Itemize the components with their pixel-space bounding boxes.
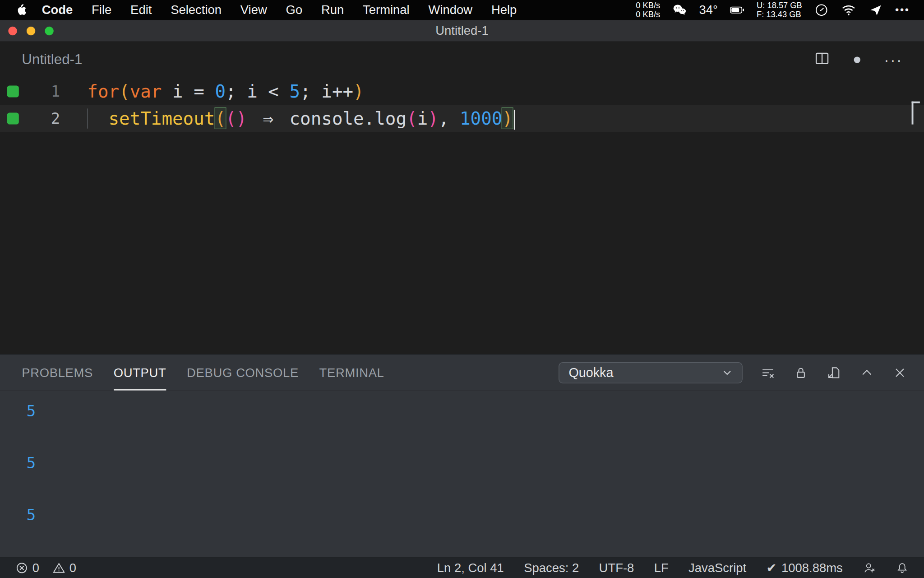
wifi-icon[interactable] [841,2,856,18]
code-token: for [87,81,119,102]
mem-free-label: F: 13.43 GB [757,10,801,19]
memory-usage[interactable]: U: 18.57 GB F: 13.43 GB [757,1,802,19]
panel-action-icons [760,365,908,380]
lock-scroll-icon[interactable] [793,365,808,380]
panel-header: PROBLEMSOUTPUTDEBUG CONSOLETERMINAL Quok… [0,354,924,391]
unsaved-changes-dot[interactable] [854,56,860,63]
network-speed[interactable]: 0 KB/s 0 KB/s [636,1,660,19]
encoding-setting[interactable]: UTF-8 [599,560,634,574]
panel-tab-problems[interactable]: PROBLEMS [22,354,93,391]
output-line: 5 [27,454,924,472]
code-text[interactable]: setTimeout(() ⇒ console.log(i), 1000) [60,105,515,132]
menu-item-file[interactable]: File [92,3,111,17]
code-line-1[interactable]: 1for(var i = 0; i < 5; i++) [0,78,924,105]
code-token: ) [502,108,513,129]
code-token: ; i [226,81,268,102]
line-number[interactable]: 1 [19,78,60,105]
warning-count: 0 [69,560,76,574]
menu-item-help[interactable]: Help [491,3,517,17]
code-line-2[interactable]: 2 setTimeout(() ⇒ console.log(i), 1000) [0,105,924,132]
timing-value: 1008.88ms [781,560,843,574]
panel-tab-terminal[interactable]: TERMINAL [319,354,384,391]
error-count: 0 [32,560,39,574]
window-titlebar[interactable]: Untitled-1 [0,20,924,41]
menubar-status-area: 0 KB/s 0 KB/s 34° U: 18.57 GB F: 13.43 G… [636,1,924,19]
code-token: console.log [290,108,407,129]
code-token: ( [407,108,417,129]
code-token [87,108,108,129]
code-token: ) [428,108,439,129]
code-token: 0 [215,81,226,102]
code-editor[interactable]: 1for(var i = 0; i < 5; i++)2 setTimeout(… [0,78,924,354]
quokka-coverage-indicator [7,112,19,124]
eol-setting[interactable]: LF [654,560,669,574]
code-token: i [417,108,428,129]
code-token [279,108,290,129]
menubar-overflow-icon[interactable]: ••• [895,4,910,16]
problems-status[interactable]: 0 0 [15,560,76,574]
menu-item-go[interactable]: Go [286,3,303,17]
line-number[interactable]: 2 [19,105,60,132]
menu-item-selection[interactable]: Selection [171,3,222,17]
language-mode[interactable]: JavaScript [688,560,746,574]
battery-icon[interactable] [730,2,745,18]
menu-extra-icon[interactable] [868,2,883,18]
open-output-in-editor-icon[interactable] [826,365,841,380]
panel-tab-output[interactable]: OUTPUT [114,354,166,391]
accounts-icon[interactable] [863,561,876,574]
mem-used-label: U: 18.57 GB [757,1,802,10]
code-token: ⇒ [258,105,279,132]
apple-menu-icon[interactable] [15,4,27,17]
code-token: ) [353,81,364,102]
menu-item-view[interactable]: View [240,3,267,17]
output-channel-select[interactable]: Quokka [559,362,743,383]
menu-item-window[interactable]: Window [429,3,473,17]
panel-tabs: PROBLEMSOUTPUTDEBUG CONSOLETERMINAL [22,354,384,391]
quokka-coverage-indicator [7,85,19,97]
overview-ruler-mark [912,102,920,125]
code-token: var [130,81,162,102]
code-token: = [194,81,215,102]
code-token [247,108,258,129]
output-line: 5 [27,402,924,420]
macos-menu-bar: Code FileEditSelectionViewGoRunTerminalW… [0,0,924,20]
cursor-position[interactable]: Ln 2, Col 41 [437,560,504,574]
menu-item-terminal[interactable]: Terminal [363,3,410,17]
menu-items: FileEditSelectionViewGoRunTerminalWindow… [92,3,517,17]
net-down-label: 0 KB/s [636,10,660,19]
editor-actions: ··· [814,50,903,69]
close-panel-icon[interactable] [892,365,907,380]
code-token: 1000 [460,108,502,129]
code-text[interactable]: for(var i = 0; i < 5; i++) [60,78,364,105]
maximize-panel-icon[interactable] [859,365,874,380]
panel-tab-debug-console[interactable]: DEBUG CONSOLE [187,354,299,391]
code-token: < [268,81,289,102]
code-token: ( [119,81,130,102]
temperature-label[interactable]: 34° [699,3,717,17]
code-token: ) [236,108,247,129]
status-bar: 0 0 Ln 2, Col 41 Spaces: 2 UTF-8 LF Java… [0,557,924,578]
clock-gauge-icon[interactable] [814,2,829,18]
indentation-setting[interactable]: Spaces: 2 [524,560,579,574]
split-editor-icon[interactable] [814,50,831,69]
chevron-down-icon [721,366,734,379]
menu-item-edit[interactable]: Edit [130,3,152,17]
code-token: , [439,108,460,129]
editor-tab-title[interactable]: Untitled-1 [22,51,82,68]
clear-output-icon[interactable] [760,365,776,380]
output-console[interactable]: 555 [0,391,924,558]
code-token: setTimeout [108,108,215,129]
menu-item-run[interactable]: Run [321,3,344,17]
code-token: i [162,81,194,102]
text-cursor [514,109,516,129]
check-icon: ✔ [767,560,777,574]
code-lines: 1for(var i = 0; i < 5; i++)2 setTimeout(… [0,78,924,132]
code-token: ; i [300,81,332,102]
window-title: Untitled-1 [0,23,924,37]
quokka-timing[interactable]: ✔ 1008.88ms [767,560,843,574]
menu-app-name[interactable]: Code [42,3,73,17]
wechat-icon[interactable] [672,2,687,18]
editor-more-actions-icon[interactable]: ··· [884,54,903,65]
error-icon [15,561,28,574]
notifications-bell-icon[interactable] [896,561,909,574]
